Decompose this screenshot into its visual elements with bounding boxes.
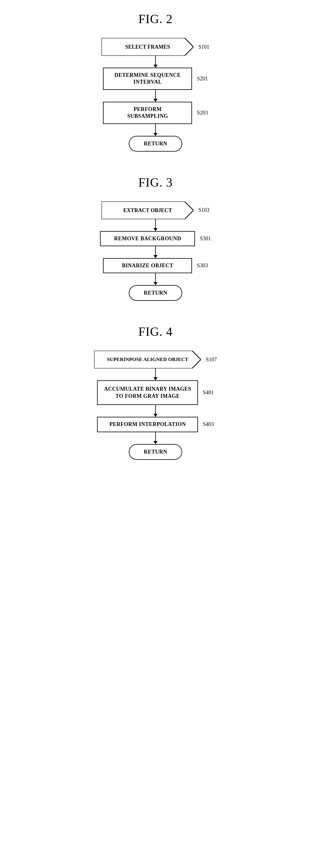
box-binarize-object: BINARIZE OBJECT — [103, 258, 192, 273]
step-return3: RETURN — [66, 444, 245, 460]
figure-3: FIG. 3 EXTRACT OBJECT S103 REMOVE BACKGR… — [66, 175, 245, 301]
box-extract-object: EXTRACT OBJECT — [101, 202, 193, 219]
step-s103: EXTRACT OBJECT S103 — [66, 202, 245, 219]
label-s401: S401 — [203, 390, 214, 396]
arrow-8 — [155, 405, 156, 417]
fig2-flowchart: SELECT FRAMES S101 DETERMINE SEQUENCE IN… — [66, 38, 245, 152]
step-return2: RETURN — [66, 285, 245, 301]
label-s301: S301 — [200, 236, 211, 242]
fig4-title: FIG. 4 — [138, 324, 173, 339]
arrow-2 — [155, 90, 156, 102]
box-perform-subsampling: PERFORMSUBSAMPLING — [103, 102, 192, 124]
box-interpolation: PERFORM INTERPOLATION — [97, 417, 198, 432]
box-return2: RETURN — [129, 285, 182, 301]
label-s201: S201 — [197, 75, 208, 82]
box-superinpose: SUPERINPOSE ALIGNED OBJECT — [94, 351, 201, 368]
box-accumulate: ACCUMULATE BINARY IMAGESTO FORM GRAY IMA… — [97, 380, 198, 405]
step-s203: PERFORMSUBSAMPLING S203 — [66, 102, 245, 124]
label-s203: S203 — [197, 110, 208, 116]
figure-4: FIG. 4 SUPERINPOSE ALIGNED OBJECT S107 A… — [66, 324, 245, 460]
step-s303: BINARIZE OBJECT S303 — [66, 258, 245, 273]
arrow-9 — [155, 432, 156, 444]
step-s101: SELECT FRAMES S101 — [66, 38, 245, 56]
step-s201: DETERMINE SEQUENCE INTERVAL S201 — [66, 68, 245, 90]
fig2-title: FIG. 2 — [138, 12, 173, 26]
box-remove-background: REMOVE BACKGROUND — [100, 231, 195, 246]
step-s401: ACCUMULATE BINARY IMAGESTO FORM GRAY IMA… — [66, 380, 245, 405]
arrow-5 — [155, 246, 156, 258]
extract-object-text: EXTRACT OBJECT — [123, 207, 172, 213]
arrow-4 — [155, 219, 156, 231]
label-s107: S107 — [206, 356, 217, 363]
label-s403: S403 — [203, 421, 214, 428]
select-frames-text: SELECT FRAMES — [125, 44, 170, 50]
fig3-flowchart: EXTRACT OBJECT S103 REMOVE BACKGROUND S3… — [66, 202, 245, 301]
box-select-frames: SELECT FRAMES — [101, 38, 193, 56]
box-return3: RETURN — [129, 444, 182, 460]
fig3-title: FIG. 3 — [138, 175, 173, 190]
fig4-flowchart: SUPERINPOSE ALIGNED OBJECT S107 ACCUMULA… — [66, 351, 245, 460]
box-determine-sequence: DETERMINE SEQUENCE INTERVAL — [103, 68, 192, 90]
label-s103: S103 — [198, 207, 209, 213]
superinpose-text: SUPERINPOSE ALIGNED OBJECT — [99, 356, 195, 363]
figure-2: FIG. 2 SELECT FRAMES S101 DETERMINE SEQU… — [66, 12, 245, 152]
step-return1: RETURN — [66, 136, 245, 152]
step-s403: PERFORM INTERPOLATION S403 — [66, 417, 245, 432]
box-return1: RETURN — [129, 136, 182, 152]
step-s301: REMOVE BACKGROUND S301 — [66, 231, 245, 246]
arrow-3 — [155, 124, 156, 136]
arrow-1 — [155, 56, 156, 68]
label-s101: S101 — [198, 44, 209, 50]
label-s303: S303 — [197, 262, 208, 269]
step-s107: SUPERINPOSE ALIGNED OBJECT S107 — [66, 351, 245, 368]
arrow-6 — [155, 273, 156, 285]
arrow-7 — [155, 368, 156, 380]
